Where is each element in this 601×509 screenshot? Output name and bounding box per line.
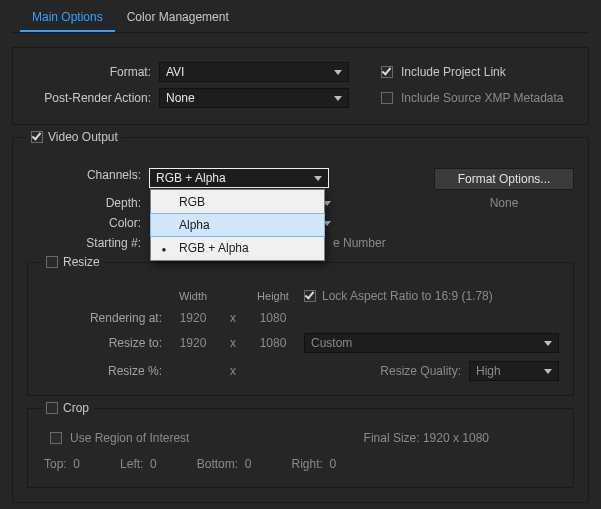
format-section: Format: AVI Include Project Link Post-Re… — [12, 47, 589, 125]
roi-label: Use Region of Interest — [70, 431, 189, 445]
height-header: Height — [248, 290, 298, 302]
lock-aspect-checkbox[interactable] — [304, 290, 316, 302]
resize-to-height[interactable]: 1080 — [248, 336, 298, 350]
channels-option-rgb-alpha[interactable]: RGB + Alpha — [151, 236, 324, 260]
chevron-down-icon — [314, 176, 322, 181]
roi-checkbox[interactable] — [50, 432, 62, 444]
resize-label: Resize — [63, 255, 100, 269]
video-output-checkbox[interactable] — [31, 131, 43, 143]
starting-tail: e Number — [333, 236, 386, 250]
depth-none-text: None — [434, 196, 574, 210]
include-xmp-label: Include Source XMP Metadata — [401, 91, 564, 105]
resize-group: Resize Width Height Lock Aspect Ratio to… — [27, 262, 574, 396]
format-label: Format: — [25, 65, 151, 79]
channels-option-label: RGB — [179, 195, 205, 209]
lock-aspect-label: Lock Aspect Ratio to 16:9 (1.78) — [322, 289, 493, 303]
crop-left: Left: 0 — [120, 457, 157, 471]
tabs: Main Options Color Management — [12, 0, 589, 33]
post-render-label: Post-Render Action: — [25, 91, 151, 105]
x-sep: x — [224, 311, 242, 325]
x-sep: x — [224, 336, 242, 350]
channels-option-label: RGB + Alpha — [179, 241, 249, 255]
post-render-dropdown[interactable]: None — [159, 88, 349, 108]
format-dropdown[interactable]: AVI — [159, 62, 349, 82]
color-label: Color: — [27, 216, 141, 230]
channels-dropdown[interactable]: RGB + Alpha RGB Alpha RGB + Alpha — [149, 168, 329, 188]
resize-to-label: Resize to: — [42, 336, 162, 350]
crop-bottom: Bottom: 0 — [197, 457, 252, 471]
crop-checkbox[interactable] — [46, 402, 58, 414]
channels-value: RGB + Alpha — [156, 171, 226, 185]
crop-top-value[interactable]: 0 — [73, 457, 80, 471]
channels-option-label: Alpha — [179, 218, 210, 232]
resize-preset-value: Custom — [311, 336, 352, 350]
chevron-down-icon — [544, 341, 552, 346]
rendering-height: 1080 — [248, 311, 298, 325]
include-project-link-label: Include Project Link — [401, 65, 506, 79]
bullet-icon — [157, 241, 171, 255]
channels-label: Channels: — [27, 168, 141, 182]
resize-checkbox[interactable] — [46, 256, 58, 268]
rendering-width: 1920 — [168, 311, 218, 325]
video-output-legend: Video Output — [27, 130, 122, 144]
video-output-group: Video Output Channels: RGB + Alpha RGB A… — [12, 137, 589, 503]
resize-pct-label: Resize %: — [42, 364, 162, 378]
channels-option-alpha[interactable]: Alpha — [150, 213, 325, 237]
tab-main-options[interactable]: Main Options — [20, 4, 115, 32]
crop-top: Top: 0 — [44, 457, 80, 471]
crop-right: Right: 0 — [291, 457, 336, 471]
crop-bottom-value[interactable]: 0 — [245, 457, 252, 471]
tab-color-management[interactable]: Color Management — [115, 4, 241, 32]
include-xmp-checkbox[interactable] — [381, 92, 393, 104]
chevron-down-icon — [544, 369, 552, 374]
resize-quality-value: High — [476, 364, 501, 378]
format-options-button[interactable]: Format Options... — [434, 168, 574, 190]
resize-preset-dropdown[interactable]: Custom — [304, 333, 559, 353]
crop-legend: Crop — [42, 401, 93, 415]
chevron-down-icon — [334, 96, 342, 101]
starting-number-label: Starting #: — [27, 236, 141, 250]
final-size-label: Final Size: 1920 x 1080 — [364, 431, 489, 445]
channels-option-rgb[interactable]: RGB — [151, 190, 324, 214]
format-value: AVI — [166, 65, 184, 79]
crop-label: Crop — [63, 401, 89, 415]
width-header: Width — [168, 290, 218, 302]
resize-quality-dropdown[interactable]: High — [469, 361, 559, 381]
chevron-down-icon — [334, 70, 342, 75]
resize-to-width[interactable]: 1920 — [168, 336, 218, 350]
resize-legend: Resize — [42, 255, 104, 269]
x-sep: x — [224, 364, 242, 378]
include-project-link-checkbox[interactable] — [381, 66, 393, 78]
rendering-at-label: Rendering at: — [42, 311, 162, 325]
crop-right-value[interactable]: 0 — [330, 457, 337, 471]
crop-group: Crop Use Region of Interest Final Size: … — [27, 408, 574, 488]
channels-dropdown-menu: RGB Alpha RGB + Alpha — [150, 189, 325, 261]
video-output-label: Video Output — [48, 130, 118, 144]
crop-left-value[interactable]: 0 — [150, 457, 157, 471]
post-render-value: None — [166, 91, 195, 105]
depth-label: Depth: — [27, 196, 141, 210]
resize-quality-label: Resize Quality: — [380, 364, 461, 378]
